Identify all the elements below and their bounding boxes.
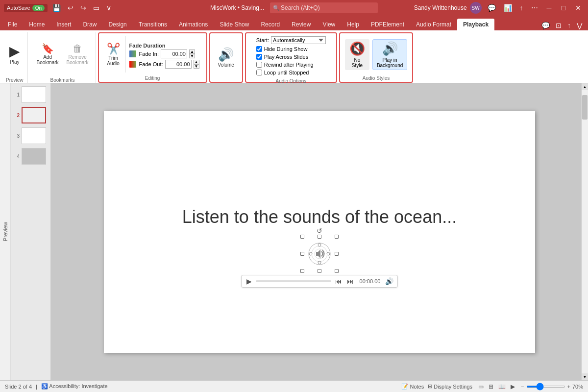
dropdown-icon[interactable]: ∨ <box>104 3 113 13</box>
slide-thumb-4[interactable]: 4 <box>11 147 50 166</box>
play-background-button[interactable]: 🔊 Play inBackground <box>372 39 407 70</box>
slides-panel[interactable]: 1 2 3 4 <box>11 83 51 380</box>
share-tab-icon[interactable]: ↑ <box>565 21 573 30</box>
slide-thumb-3[interactable]: 3 <box>11 126 50 145</box>
handle-bl[interactable] <box>300 269 304 273</box>
handle-tr[interactable] <box>335 235 339 239</box>
tab-file[interactable]: File <box>2 19 23 30</box>
more-icon[interactable]: ⋯ <box>529 3 540 13</box>
tab-view[interactable]: View <box>317 19 341 30</box>
audio-container[interactable]: ↺ <box>241 237 398 288</box>
fade-in-input[interactable] <box>161 49 187 58</box>
audio-progress-bar[interactable] <box>256 280 331 282</box>
rewind-after-playing-checkbox[interactable]: Rewind after Playing <box>256 62 314 68</box>
tab-playback[interactable]: Playback <box>457 19 494 30</box>
fade-out-row: Fade Out: ▲ ▼ <box>129 60 199 69</box>
zoom-slider[interactable] <box>526 386 565 388</box>
file-title: MiscWork • Saving... <box>210 4 264 11</box>
handle-tl[interactable] <box>300 235 304 239</box>
zoom-in-icon[interactable]: + <box>567 384 570 390</box>
tab-design[interactable]: Design <box>102 19 132 30</box>
audio-forward-button[interactable]: ⏭ <box>346 277 355 285</box>
right-scrollbar[interactable]: ▲ ▼ <box>581 83 588 380</box>
fade-out-down[interactable]: ▼ <box>194 64 199 69</box>
expand-tab-icon[interactable]: ⋁ <box>575 21 584 30</box>
search-input[interactable] <box>270 2 378 13</box>
autosave-toggle[interactable]: AutoSave On <box>4 4 48 12</box>
handle-br[interactable] <box>335 269 339 273</box>
play-preview-button[interactable]: ▶ Play <box>6 37 23 72</box>
tab-audioformat[interactable]: Audio Format <box>410 19 457 30</box>
hide-during-show-input[interactable] <box>256 46 262 52</box>
tab-slideshow[interactable]: Slide Show <box>214 19 255 30</box>
scroll-thumb[interactable] <box>582 95 588 120</box>
hide-during-show-checkbox[interactable]: Hide During Show <box>256 46 308 52</box>
volume-button[interactable]: 🔊 Volume <box>215 40 237 74</box>
start-dropdown[interactable]: Automatically On Click In Click Sequence <box>271 36 326 44</box>
audio-volume-control[interactable]: 🔊 <box>385 277 393 285</box>
grid-view-button[interactable]: ⊞ <box>487 383 495 391</box>
add-bookmark-button[interactable]: 🔖 AddBookmark <box>34 37 62 72</box>
comment-tab-icon[interactable]: 💬 <box>539 21 552 30</box>
audio-rewind-button[interactable]: ⏮ <box>334 277 343 285</box>
restore-button[interactable]: □ <box>559 4 568 12</box>
normal-view-button[interactable]: ▭ <box>476 383 486 391</box>
fade-out-input[interactable] <box>165 60 192 69</box>
scroll-down-arrow[interactable]: ▼ <box>582 373 588 380</box>
zoom-out-icon[interactable]: − <box>521 384 524 390</box>
comments-icon[interactable]: 💬 <box>486 3 498 13</box>
play-across-slides-checkbox[interactable]: Play Across Slides <box>256 54 308 60</box>
tab-home[interactable]: Home <box>23 19 50 30</box>
slide-thumb-1[interactable]: 1 <box>11 85 50 104</box>
slide-content[interactable]: Listen to the sounds of the ocean... ↺ <box>104 111 535 353</box>
tab-pdfelement[interactable]: PDFElement <box>365 19 410 30</box>
handle-mr[interactable] <box>335 252 339 256</box>
present-tab-icon[interactable]: ⊡ <box>554 21 564 30</box>
save-icon[interactable]: 💾 <box>50 3 63 13</box>
accessibility-icon: ♿ <box>41 383 48 389</box>
undo-icon[interactable]: ↩ <box>66 3 75 13</box>
display-settings-button[interactable]: ⊞ Display Settings <box>428 383 472 390</box>
fade-out-up[interactable]: ▲ <box>194 60 199 64</box>
no-style-button[interactable]: 🔇 NoStyle <box>345 39 369 70</box>
minimize-button[interactable]: ─ <box>544 4 555 12</box>
share-icon[interactable]: ↑ <box>518 3 525 13</box>
audio-icon-area[interactable]: ↺ <box>302 237 337 271</box>
scroll-up-arrow[interactable]: ▲ <box>582 83 588 90</box>
audio-player-bar[interactable]: ▶ ⏮ ⏭ 00:00.00 🔊 <box>241 275 398 288</box>
slide-thumb-2[interactable]: 2 <box>11 106 50 124</box>
handle-bm[interactable] <box>318 269 321 273</box>
loop-until-stopped-checkbox[interactable]: Loop until Stopped <box>256 70 309 75</box>
trim-audio-button[interactable]: ✂️ TrimAudio <box>104 37 123 72</box>
play-across-slides-input[interactable] <box>256 54 262 60</box>
ribbon-group-audiostyles: 🔇 NoStyle 🔊 Play inBackground Audio Styl… <box>341 34 411 81</box>
rotate-handle[interactable]: ↺ <box>317 227 322 235</box>
handle-tm[interactable] <box>318 235 321 239</box>
fade-in-down[interactable]: ▼ <box>189 54 195 58</box>
tab-review[interactable]: Review <box>286 19 317 30</box>
loop-until-stopped-input[interactable] <box>256 70 262 75</box>
tab-animations[interactable]: Animations <box>173 19 214 30</box>
handle-ml[interactable] <box>300 252 304 256</box>
present-icon[interactable]: ▭ <box>91 3 101 13</box>
preview-side-panel: Preview <box>0 83 11 380</box>
tab-transitions[interactable]: Transitions <box>133 19 173 30</box>
left-panel: Preview 1 2 3 4 <box>0 83 51 380</box>
tab-insert[interactable]: Insert <box>50 19 77 30</box>
remove-bookmark-button[interactable]: 🗑 RemoveBookmark <box>64 37 92 72</box>
presenter-view-button[interactable]: ▶ <box>509 383 517 391</box>
redo-icon[interactable]: ↪ <box>78 3 88 13</box>
tab-record[interactable]: Record <box>255 19 286 30</box>
present2-icon[interactable]: 📊 <box>502 3 514 13</box>
close-button[interactable]: ✕ <box>572 4 584 12</box>
notes-button[interactable]: 📝 Notes <box>401 383 424 390</box>
fade-in-up[interactable]: ▲ <box>189 49 195 54</box>
audio-play-button[interactable]: ▶ <box>245 277 253 285</box>
search-container: 🔍 <box>270 2 378 13</box>
main-area: Preview 1 2 3 4 Listen to the sound <box>0 83 588 380</box>
autosave-state: On <box>32 5 45 11</box>
rewind-after-playing-input[interactable] <box>256 62 262 68</box>
tab-draw[interactable]: Draw <box>77 19 102 30</box>
tab-help[interactable]: Help <box>341 19 365 30</box>
reading-view-button[interactable]: 📖 <box>496 383 508 391</box>
